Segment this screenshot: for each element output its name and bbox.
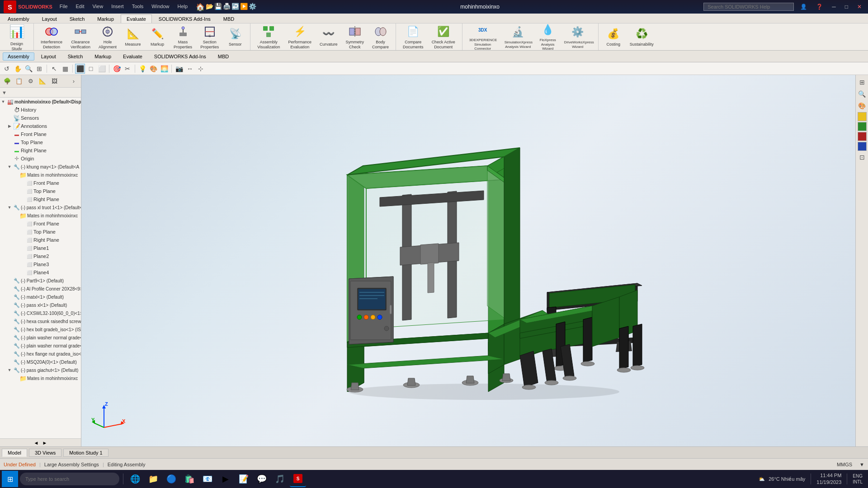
tree-pxt-plane2[interactable]: ⬜ Plane2 <box>0 252 81 260</box>
quick-access-settings[interactable]: ⚙️ <box>249 3 256 11</box>
khung-may-expander[interactable]: ▼ <box>6 163 13 170</box>
taskbar-teams-icon[interactable]: 💬 <box>254 471 270 487</box>
quick-access-undo[interactable]: ↩️ <box>231 3 239 11</box>
tree-origin[interactable]: ✛ Origin <box>0 155 81 163</box>
tab-evaluate[interactable]: Evaluate <box>121 14 152 23</box>
question-icon[interactable]: ❓ <box>813 3 826 11</box>
tree-pxt-plane4[interactable]: ⬜ Plane4 <box>0 268 81 277</box>
menu-tools[interactable]: Tools <box>128 3 147 11</box>
tree-scroll-right[interactable]: ► <box>42 440 47 446</box>
tree-top-plane[interactable]: ▬ Top Plane <box>0 138 81 146</box>
select-filter-btn[interactable]: ▦ <box>60 64 70 74</box>
stab-addins[interactable]: SOLIDWORKS Add-Ins <box>149 52 211 61</box>
tree-pxt-top[interactable]: ⬜ Top Plane <box>0 228 81 236</box>
tree-pxt-plane1[interactable]: ⬜ Plane1 <box>0 244 81 252</box>
config-manager-icon[interactable]: ⚙ <box>25 76 36 86</box>
display-manager-icon[interactable]: 🖼 <box>49 76 60 86</box>
tree-pass-xl[interactable]: 🔧 (-) pass xl<1> (Default) <box>0 301 81 309</box>
tree-pxt-plane3[interactable]: ⬜ Plane3 <box>0 260 81 268</box>
assembly-visualization-button[interactable]: AssemblyVisualization <box>254 23 283 50</box>
annotations-expander[interactable]: ▶ <box>6 122 13 130</box>
quick-access-print[interactable]: 🖨️ <box>223 3 231 11</box>
keyboard-lang[interactable]: ENG INTL <box>853 473 863 485</box>
viewport[interactable]: Z X Y <box>81 75 855 446</box>
interference-detection-button[interactable]: InterferenceDetection <box>38 23 66 50</box>
driveworks-xpress-button[interactable]: ⚙️ DriveWorksXpressWizard <box>561 23 594 50</box>
sustainability-button[interactable]: ♻️ Sustainability <box>627 25 657 49</box>
flo-xpress-button[interactable]: 💧 FloXpressAnalysisWizard <box>537 23 559 50</box>
check-active-document-button[interactable]: ✅ Check ActiveDocument <box>429 23 458 50</box>
mass-properties-button[interactable]: MassProperties <box>170 23 195 50</box>
section-properties-button[interactable]: S SectionProperties <box>197 23 222 50</box>
right-render-btn[interactable]: 🎨 <box>857 100 868 111</box>
start-button[interactable]: ⊞ <box>2 471 18 487</box>
tree-history[interactable]: ⏱ History <box>0 106 81 114</box>
root-expander[interactable]: ▼ <box>0 98 6 105</box>
tree-root[interactable]: ▼ 🏭 mohinhmoixinxo (Default<Display <box>0 98 81 106</box>
right-color4-btn[interactable] <box>858 142 867 151</box>
simulation-xpress-button[interactable]: 🔬 SimulationXpressAnalysis Wizard <box>501 23 535 50</box>
tree-plain-washer1[interactable]: 🔧 (-) plain washer normal grade< <box>0 333 81 342</box>
tree-pxt-front[interactable]: ⬜ Front Plane <box>0 220 81 228</box>
taskbar-word-icon[interactable]: 📝 <box>236 471 252 487</box>
taskbar-files-icon[interactable]: 📁 <box>145 471 161 487</box>
tree-content[interactable]: ▼ 🏭 mohinhmoixinxo (Default<Display ⏱ Hi… <box>0 98 81 438</box>
sensor-button[interactable]: 📡 Sensor <box>224 25 246 49</box>
tree-matxl[interactable]: 🔧 (-) matxl<1> (Default) <box>0 293 81 301</box>
camera-btn[interactable]: 📷 <box>174 64 184 74</box>
tree-msq20a[interactable]: 🔧 (-) MSQ20A(0)<1> (Default) <box>0 358 81 366</box>
quick-access-new[interactable]: 🏠 <box>196 3 205 11</box>
zoom-fit-btn[interactable]: ⊞ <box>34 64 44 74</box>
curvature-button[interactable]: 〰️ Curvature <box>316 25 341 49</box>
expand-arrows-btn[interactable]: › <box>68 76 79 86</box>
right-color1-btn[interactable] <box>858 112 867 121</box>
tree-mates-pxt[interactable]: 📁 Mates in mohinhmoixinxc <box>0 211 81 220</box>
clearance-verification-button[interactable]: ClearanceVerification <box>67 23 94 50</box>
tree-al-profile[interactable]: 🔧 (-) Al Profile Conner 20X28<9> <box>0 285 81 293</box>
quick-access-play[interactable]: ▶️ <box>240 3 248 11</box>
menu-file[interactable]: File <box>56 3 71 11</box>
pxt-expander[interactable]: ▼ <box>6 204 13 211</box>
right-zoom-btn[interactable]: 🔍 <box>857 89 868 99</box>
stab-assembly[interactable]: Assembly <box>3 52 34 61</box>
taskbar-edge-icon[interactable]: 🌐 <box>127 471 143 487</box>
stab-layout[interactable]: Layout <box>36 52 61 61</box>
tree-pass-giachut[interactable]: ▼ 🔧 (-) pass giachut<1> (Default) <box>0 366 81 374</box>
markup-button[interactable]: ✏️ Markup <box>146 25 169 49</box>
tree-hex-flange[interactable]: 🔧 (-) hex flange nut gradea_iso< <box>0 350 81 358</box>
taskbar-chrome-icon[interactable]: 🔵 <box>163 471 179 487</box>
grids-btn[interactable]: ⊹ <box>196 64 206 74</box>
stab-markup[interactable]: Markup <box>90 52 116 61</box>
taskbar-app1-icon[interactable]: 📧 <box>199 471 216 487</box>
design-study-button[interactable]: 📊 Design Study <box>4 23 30 50</box>
status-tab-3dviews[interactable]: 3D Views <box>29 449 61 457</box>
tree-mates-khung[interactable]: 📁 Mates in mohinhmoixinxc <box>0 171 81 179</box>
quick-access-save[interactable]: 💾 <box>214 3 222 11</box>
status-tab-model[interactable]: Model <box>2 449 27 457</box>
user-icon[interactable]: 👤 <box>797 3 810 11</box>
tab-addins[interactable]: SOLIDWORKS Add-Ins <box>153 14 217 23</box>
tree-sensors[interactable]: 📡 Sensors <box>0 114 81 122</box>
maximize-btn[interactable]: □ <box>842 3 851 11</box>
right-color2-btn[interactable] <box>858 122 867 131</box>
lights-btn[interactable]: 💡 <box>137 64 147 74</box>
right-color3-btn[interactable] <box>858 132 867 141</box>
scene-btn[interactable]: 🌅 <box>159 64 169 74</box>
taskbar-app2-icon[interactable]: 🎵 <box>272 471 288 487</box>
tab-assembly[interactable]: Assembly <box>2 14 35 23</box>
costing-button[interactable]: 💰 Costing <box>602 25 625 49</box>
zoom-btn[interactable]: 🔍 <box>24 64 33 74</box>
menu-help[interactable]: Help <box>174 3 191 11</box>
rotate-view-btn[interactable]: ↺ <box>2 64 12 74</box>
tree-scroll-left[interactable]: ◄ <box>34 440 39 446</box>
tab-sketch[interactable]: Sketch <box>64 14 91 23</box>
close-btn[interactable]: ✕ <box>854 3 864 11</box>
tree-khung-may[interactable]: ▼ 🔧 (-) khung may<1> (Default<A <box>0 163 81 171</box>
tree-right-plane[interactable]: ▬ Right Plane <box>0 146 81 155</box>
stab-evaluate[interactable]: Evaluate <box>118 52 147 61</box>
tab-mbd[interactable]: MBD <box>217 14 240 23</box>
help-search[interactable] <box>703 3 794 11</box>
dimxpert-manager-icon[interactable]: 📐 <box>37 76 48 86</box>
right-view-orient-btn[interactable]: ⊞ <box>857 77 868 88</box>
tree-hex-bolt[interactable]: 🔧 (-) hex bolt gradeb_iso<1> (ISO <box>0 325 81 333</box>
